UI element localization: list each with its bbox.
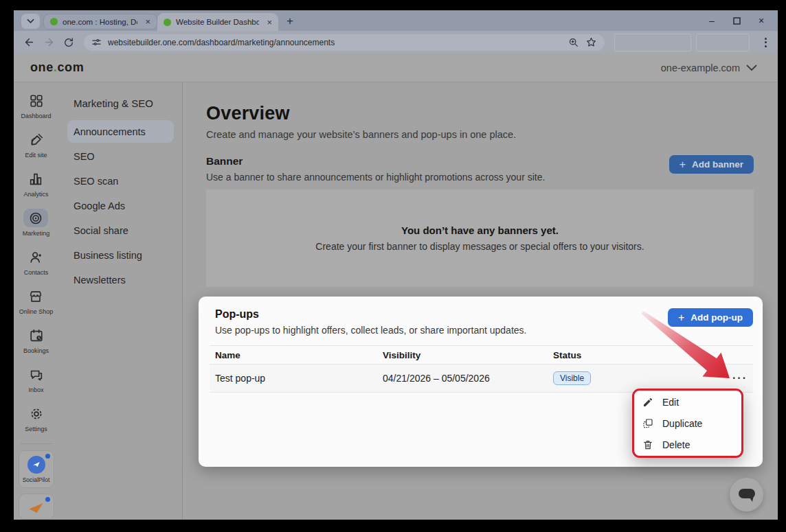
online-shop-icon (28, 289, 43, 304)
tab-search-button[interactable] (21, 14, 40, 29)
empty-state-description: Create your first banner to display mess… (315, 241, 644, 252)
marketing-icon (28, 211, 43, 226)
sidebar-item-marketing[interactable]: Marketing (23, 209, 50, 237)
url-text[interactable]: websitebuilder.one.com/dashboard/marketi… (108, 38, 562, 47)
sidebar-item-label: SocialPilot (23, 476, 50, 483)
plus-icon: + (678, 312, 684, 324)
plus-icon: + (680, 159, 686, 171)
tab-website-builder-dashboard[interactable]: Website Builder Dashboard × (157, 13, 278, 31)
maximize-icon (733, 17, 741, 25)
settings-gear-icon (29, 406, 44, 421)
bookings-icon (29, 328, 44, 343)
menu-item-delete[interactable]: Delete (634, 434, 741, 455)
browser-tab-bar: one.com : Hosting, Domain, Em × Website … (14, 10, 778, 31)
tab-one-com-hosting[interactable]: one.com : Hosting, Domain, Em × (43, 14, 157, 30)
subnav-item-social-share[interactable]: Social share (67, 219, 174, 242)
sidebar-item-settings[interactable]: Settings (24, 404, 49, 432)
menu-item-label: Delete (662, 439, 690, 450)
site-header: one.com one-example.com (14, 54, 778, 82)
sidebar-item-edit-site[interactable]: Edit site (24, 130, 49, 159)
sidebar-item-bookings[interactable]: Bookings (23, 326, 49, 354)
sidebar-item-partial-app[interactable] (19, 494, 54, 520)
domain-name: one-example.com (661, 62, 740, 73)
chat-bubble-icon (738, 487, 756, 502)
banner-empty-state: You don’t have any banners yet. Create y… (206, 189, 754, 287)
secondary-sidebar: Marketing & SEO Announcements SEO SEO sc… (58, 82, 183, 520)
window-controls: – × (699, 10, 774, 31)
sidebar-item-label: Marketing (23, 230, 50, 237)
chevron-down-icon (746, 65, 757, 71)
row-actions-menu-button[interactable]: ··· (732, 372, 753, 384)
sidebar-item-socialpilot[interactable]: SocialPilot (19, 450, 54, 488)
sidebar-item-label: Analytics (23, 191, 48, 198)
tab-close-icon[interactable]: × (145, 16, 150, 27)
menu-item-edit[interactable]: Edit (634, 391, 741, 413)
sidebar-item-label: Contacts (24, 269, 49, 276)
page-subtitle: Create and manage your website’s banners… (206, 129, 754, 140)
subnav-item-seo-scan[interactable]: SEO scan (67, 170, 174, 192)
browser-toolbar: websitebuilder.one.com/dashboard/marketi… (14, 31, 778, 54)
subnav-item-seo[interactable]: SEO (67, 145, 174, 167)
bookmark-star-icon[interactable] (585, 36, 597, 48)
popup-visibility-dates: 04/21/2026 – 05/05/2026 (383, 373, 553, 384)
redacted-extension-area (614, 34, 691, 51)
browser-menu-button[interactable] (761, 35, 771, 50)
column-header-name: Name (210, 350, 383, 360)
close-button[interactable]: × (749, 10, 774, 31)
partial-app-logo-icon (30, 503, 43, 513)
pencil-icon (642, 397, 653, 408)
contacts-icon (29, 250, 44, 265)
sidebar-item-contacts[interactable]: Contacts (24, 248, 49, 276)
sidebar-item-analytics[interactable]: Analytics (23, 170, 48, 198)
add-popup-label: Add pop-up (690, 312, 743, 323)
new-tab-button[interactable]: + (287, 15, 293, 27)
dashboard-icon (29, 93, 44, 108)
page-body: Dashboard Edit site Analytics Marketing … (14, 82, 778, 520)
address-bar[interactable]: websitebuilder.one.com/dashboard/marketi… (84, 34, 605, 51)
add-banner-button[interactable]: + Add banner (669, 155, 754, 174)
sidebar-item-label: Settings (25, 426, 47, 432)
subnav-item-google-ads[interactable]: Google Ads (67, 194, 174, 217)
sidebar-item-inbox[interactable]: Inbox (24, 365, 49, 393)
banner-section-header: Banner Use a banner to share announcemen… (206, 155, 754, 183)
logo-text: one (30, 60, 54, 74)
primary-sidebar: Dashboard Edit site Analytics Marketing … (14, 82, 58, 520)
tab-close-icon[interactable]: × (267, 17, 272, 27)
back-button[interactable] (21, 34, 37, 51)
sidebar-item-label: Edit site (25, 152, 47, 159)
chat-widget-button[interactable] (730, 478, 763, 511)
add-popup-button[interactable]: + Add pop-up (668, 308, 753, 327)
analytics-icon (28, 172, 43, 187)
popups-heading: Pop-ups (215, 308, 526, 321)
minimize-button[interactable]: – (699, 10, 724, 31)
banner-description: Use a banner to share announcements or h… (206, 172, 545, 183)
maximize-button[interactable] (724, 10, 749, 31)
inbox-icon (29, 367, 44, 382)
domain-selector[interactable]: one-example.com (661, 62, 757, 73)
chevron-down-icon (27, 19, 34, 24)
notification-dot (45, 497, 50, 502)
sidebar-item-online-shop[interactable]: Online Shop (19, 287, 54, 315)
status-badge: Visible (553, 371, 591, 385)
subnav-item-announcements[interactable]: Announcements (67, 120, 174, 143)
menu-item-label: Duplicate (662, 418, 702, 429)
trash-icon (642, 439, 653, 450)
tab-label: Website Builder Dashboard (176, 18, 259, 26)
zoom-icon[interactable] (568, 37, 579, 48)
edit-site-icon (29, 132, 44, 148)
subnav-item-newsletters[interactable]: Newsletters (67, 268, 174, 291)
column-header-visibility: Visibility (383, 350, 553, 360)
forward-button[interactable] (41, 34, 57, 51)
notification-dot (45, 454, 50, 459)
popup-name: Test pop-up (210, 373, 383, 384)
sidebar-item-dashboard[interactable]: Dashboard (21, 91, 51, 119)
reload-button[interactable] (60, 34, 77, 51)
socialpilot-logo-icon (27, 456, 45, 474)
subnav-item-business-listing[interactable]: Business listing (67, 244, 174, 266)
menu-item-duplicate[interactable]: Duplicate (634, 413, 741, 434)
sidebar-item-label: Bookings (23, 347, 49, 354)
duplicate-icon (642, 418, 653, 429)
screenshot-root: one.com : Hosting, Domain, Em × Website … (0, 0, 786, 532)
redacted-profile-area (696, 34, 750, 51)
one-com-favicon (164, 19, 171, 26)
